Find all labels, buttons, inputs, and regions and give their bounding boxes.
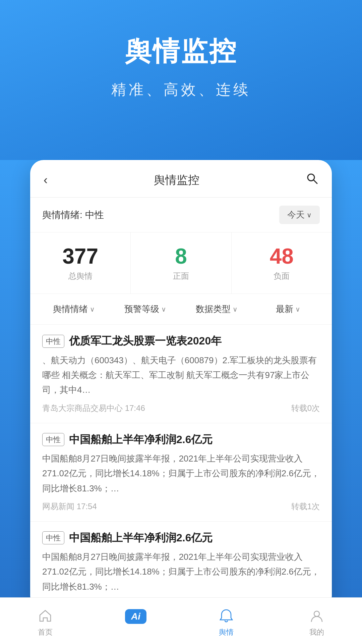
home-icon <box>37 607 54 625</box>
ai-label: Ai <box>125 609 146 624</box>
sentiment-label: 舆情情绪: 中性 <box>42 209 104 221</box>
news-body: 中国船舶8月27日晚间披露半年报，2021年上半年公司实现营业收入271.02亿… <box>42 451 320 496</box>
news-item[interactable]: 中性 中国船舶上半年净利润2.6亿元 中国船舶8月27日晚间披露半年报，2021… <box>30 522 332 609</box>
hero-subtitle: 精准、高效、连续 <box>13 80 349 100</box>
news-source: 青岛大宗商品交易中心 17:46 <box>42 403 145 414</box>
nav-label-home: 首页 <box>38 627 53 637</box>
stat-positive: 8 正面 <box>131 232 231 293</box>
nav-item-home[interactable]: 首页 <box>37 607 54 637</box>
news-item[interactable]: 中性 优质军工龙头股票一览表2020年 、航天动力（600343）、航天电子（6… <box>30 325 332 423</box>
today-filter-button[interactable]: 今天 <box>279 206 320 224</box>
news-body: 中国船舶8月27日晚间披露半年报，2021年上半年公司实现营业收入271.02亿… <box>42 549 320 594</box>
nav-bar: ‹ 舆情监控 <box>30 160 332 198</box>
stat-total-label: 总舆情 <box>37 271 124 281</box>
nav-label-profile: 我的 <box>309 627 324 637</box>
stat-negative-label: 负面 <box>238 271 325 281</box>
news-footer: 网易新闻 17:54 转载1次 <box>42 501 320 512</box>
nav-label-yuqing: 舆情 <box>219 627 234 637</box>
stat-positive-label: 正面 <box>137 271 224 281</box>
hero-title: 舆情监控 <box>13 34 349 70</box>
chevron-down-icon: ∨ <box>233 305 238 313</box>
filter-warning[interactable]: 预警等级 ∨ <box>110 301 181 318</box>
alert-icon <box>218 607 235 625</box>
filter-datatype[interactable]: 数据类型 ∨ <box>181 301 252 318</box>
news-footer: 青岛大宗商品交易中心 17:46 转载0次 <box>42 403 320 414</box>
nav-item-profile[interactable]: 我的 <box>308 607 325 637</box>
news-item[interactable]: 中性 中国船舶上半年净利润2.6亿元 中国船舶8月27日晚间披露半年报，2021… <box>30 423 332 522</box>
svg-line-1 <box>314 180 317 184</box>
chevron-down-icon: ∨ <box>295 305 300 313</box>
filter-latest[interactable]: 最新 ∨ <box>252 301 324 318</box>
nav-item-yuqing[interactable]: 舆情 <box>218 607 235 637</box>
news-title: 优质军工龙头股票一览表2020年 <box>69 334 222 348</box>
stat-negative-number: 48 <box>238 245 325 268</box>
news-header: 中性 优质军工龙头股票一览表2020年 <box>42 334 320 348</box>
sentiment-bar: 舆情情绪: 中性 今天 <box>30 198 332 232</box>
phone-card: ‹ 舆情监控 舆情情绪: 中性 今天 377 总舆情 8 正面 <box>30 160 332 609</box>
news-title: 中国船舶上半年净利润2.6亿元 <box>69 531 213 545</box>
svg-point-2 <box>314 611 319 616</box>
news-title: 中国船舶上半年净利润2.6亿元 <box>69 433 213 447</box>
stat-positive-number: 8 <box>137 245 224 268</box>
news-tag: 中性 <box>42 335 64 348</box>
news-source: 网易新闻 17:54 <box>42 501 97 512</box>
search-icon[interactable] <box>306 172 318 188</box>
chevron-down-icon: ∨ <box>90 305 95 313</box>
news-tag: 中性 <box>42 433 64 446</box>
chevron-down-icon: ∨ <box>161 305 166 313</box>
stat-total: 377 总舆情 <box>30 232 131 293</box>
stats-row: 377 总舆情 8 正面 48 负面 <box>30 232 332 294</box>
back-button[interactable]: ‹ <box>44 174 48 186</box>
news-repost: 转载1次 <box>291 501 320 512</box>
user-icon <box>308 607 325 625</box>
bottom-nav: 首页 Ai Ai 舆情 我的 <box>0 597 362 644</box>
hero-section: 舆情监控 精准、高效、连续 <box>0 0 362 160</box>
phone-wrapper: ‹ 舆情监控 舆情情绪: 中性 今天 377 总舆情 8 正面 <box>0 160 362 636</box>
filter-sentiment[interactable]: 舆情情绪 ∨ <box>38 301 110 318</box>
filter-row: 舆情情绪 ∨ 预警等级 ∨ 数据类型 ∨ 最新 ∨ <box>30 294 332 325</box>
stat-negative: 48 负面 <box>232 232 332 293</box>
nav-title: 舆情监控 <box>154 172 199 188</box>
news-header: 中性 中国船舶上半年净利润2.6亿元 <box>42 531 320 545</box>
news-list: 中性 优质军工龙头股票一览表2020年 、航天动力（600343）、航天电子（6… <box>30 325 332 609</box>
nav-item-ai[interactable]: Ai Ai <box>127 608 144 637</box>
stat-total-number: 377 <box>37 245 124 268</box>
news-header: 中性 中国船舶上半年净利润2.6亿元 <box>42 433 320 447</box>
ai-icon: Ai <box>127 608 144 625</box>
news-body: 、航天动力（600343）、航天电子（600879）2.军工板块的龙头股票有哪些… <box>42 353 320 397</box>
news-tag: 中性 <box>42 531 64 544</box>
news-repost: 转载0次 <box>291 403 320 414</box>
